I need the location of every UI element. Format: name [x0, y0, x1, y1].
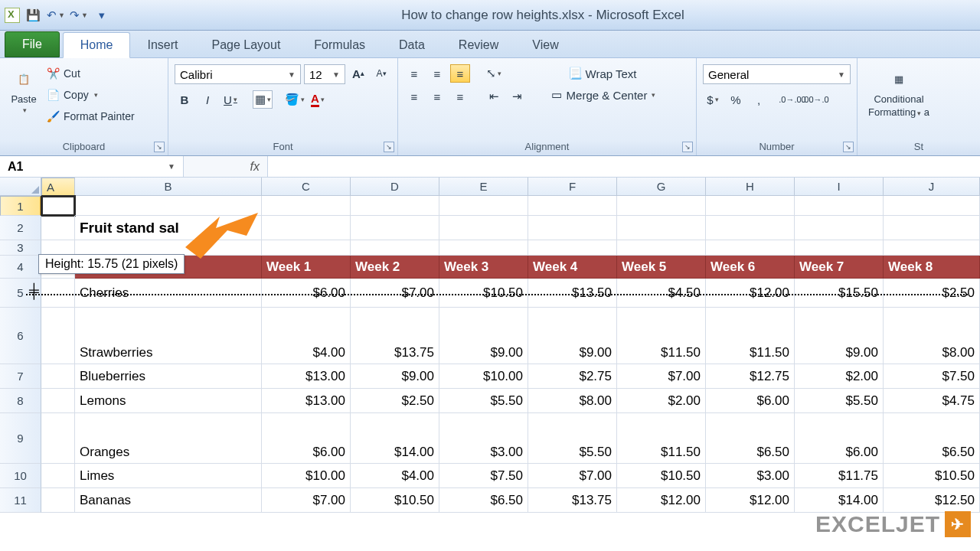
- cell[interactable]: $7.50: [439, 464, 528, 488]
- cell[interactable]: [41, 196, 75, 216]
- align-left-button[interactable]: ≡: [404, 87, 424, 106]
- cell[interactable]: $6.00: [262, 413, 351, 464]
- cell[interactable]: $12.75: [706, 364, 795, 389]
- cell[interactable]: [41, 389, 75, 413]
- cell[interactable]: $7.00: [351, 279, 439, 308]
- cell[interactable]: $12.00: [706, 488, 795, 513]
- cell[interactable]: $2.75: [528, 364, 617, 389]
- align-bottom-button[interactable]: ≡: [450, 64, 470, 83]
- cell[interactable]: [706, 196, 795, 216]
- cell[interactable]: [528, 240, 617, 256]
- cell[interactable]: $4.00: [351, 464, 439, 488]
- cell[interactable]: $12.00: [706, 279, 795, 308]
- cell[interactable]: $11.50: [617, 308, 706, 364]
- cell[interactable]: $8.00: [884, 308, 980, 364]
- cell[interactable]: [41, 240, 75, 256]
- paste-button[interactable]: 📋 Paste▾: [6, 64, 41, 116]
- font-launcher[interactable]: ↘: [384, 142, 394, 152]
- cell[interactable]: [41, 413, 75, 464]
- column-header[interactable]: F: [528, 178, 617, 196]
- accounting-format-button[interactable]: $▾: [703, 90, 723, 109]
- conditional-formatting-button[interactable]: ▦ Conditional Formatting▾ a: [864, 64, 934, 119]
- cell[interactable]: Week 6: [706, 256, 795, 279]
- column-header[interactable]: J: [884, 178, 980, 196]
- cell[interactable]: [41, 488, 75, 513]
- cell[interactable]: $7.50: [884, 364, 980, 389]
- home-tab[interactable]: Home: [63, 32, 131, 58]
- spreadsheet-grid[interactable]: ABCDEFGHIJ 12Fruit stand sal34FruitWeek …: [0, 178, 980, 513]
- cell[interactable]: $10.00: [439, 364, 528, 389]
- cell[interactable]: $6.00: [795, 413, 884, 464]
- borders-button[interactable]: ▦▾: [253, 90, 273, 109]
- row-header[interactable]: 11: [0, 488, 41, 513]
- cell[interactable]: Oranges: [75, 413, 262, 464]
- formula-input[interactable]: [268, 156, 980, 177]
- cell[interactable]: [528, 216, 617, 240]
- cell[interactable]: [795, 196, 884, 216]
- cell[interactable]: Lemons: [75, 389, 262, 413]
- cell[interactable]: [617, 216, 706, 240]
- cell[interactable]: $11.75: [795, 464, 884, 488]
- cell[interactable]: $6.50: [884, 413, 980, 464]
- format-painter-button[interactable]: 🖌️Format Painter: [46, 107, 135, 126]
- copy-button[interactable]: 📄Copy▾: [46, 86, 135, 104]
- underline-button[interactable]: U▾: [220, 90, 240, 109]
- column-header[interactable]: D: [351, 178, 439, 196]
- cell[interactable]: $11.50: [706, 308, 795, 364]
- page-layout-tab[interactable]: Page Layout: [194, 33, 297, 57]
- cell[interactable]: [262, 216, 351, 240]
- decrease-decimal-button[interactable]: .00→.0: [805, 90, 825, 109]
- cell[interactable]: [262, 240, 351, 256]
- font-color-button[interactable]: A▾: [308, 90, 328, 109]
- cell[interactable]: Bananas: [75, 488, 262, 513]
- wrap-text-button[interactable]: 📃Wrap Text: [537, 64, 668, 83]
- bold-button[interactable]: B: [175, 90, 194, 109]
- cell[interactable]: Blueberries: [75, 364, 262, 389]
- row-header[interactable]: 6: [0, 308, 41, 364]
- cut-button[interactable]: ✂️Cut: [46, 64, 135, 83]
- cell[interactable]: Limes: [75, 464, 262, 488]
- cell[interactable]: [439, 216, 528, 240]
- cell[interactable]: $3.00: [439, 413, 528, 464]
- cell[interactable]: [795, 240, 884, 256]
- cell[interactable]: $7.00: [617, 364, 706, 389]
- column-header[interactable]: E: [439, 178, 528, 196]
- cell[interactable]: [41, 308, 75, 364]
- cell[interactable]: $14.00: [351, 413, 439, 464]
- cell[interactable]: $9.00: [795, 308, 884, 364]
- cell[interactable]: [884, 196, 980, 216]
- column-header[interactable]: B: [75, 178, 262, 196]
- row-header[interactable]: 7: [0, 364, 41, 389]
- name-box[interactable]: A1▼: [0, 156, 184, 177]
- number-format-select[interactable]: General▼: [703, 64, 851, 84]
- italic-button[interactable]: I: [198, 90, 217, 109]
- cell[interactable]: [41, 216, 75, 240]
- fx-button[interactable]: fx: [184, 156, 268, 177]
- cell[interactable]: $13.50: [528, 279, 617, 308]
- cell[interactable]: $4.50: [617, 279, 706, 308]
- cell[interactable]: $4.00: [262, 308, 351, 364]
- cell[interactable]: [41, 279, 75, 308]
- increase-decimal-button[interactable]: .0→.00: [782, 90, 802, 109]
- insert-tab[interactable]: Insert: [130, 33, 194, 57]
- cell[interactable]: $9.00: [439, 308, 528, 364]
- cell[interactable]: $2.50: [351, 389, 439, 413]
- cell[interactable]: $5.50: [528, 413, 617, 464]
- view-tab[interactable]: View: [515, 33, 575, 57]
- cell[interactable]: Cherries: [75, 279, 262, 308]
- comma-button[interactable]: ,: [749, 90, 769, 109]
- formulas-tab[interactable]: Formulas: [297, 33, 382, 57]
- cell[interactable]: [706, 240, 795, 256]
- cell[interactable]: $3.00: [706, 464, 795, 488]
- cell[interactable]: [41, 464, 75, 488]
- cell[interactable]: $4.75: [884, 389, 980, 413]
- cell[interactable]: Week 3: [439, 256, 528, 279]
- cell[interactable]: $13.00: [262, 389, 351, 413]
- qat-customize[interactable]: ▾: [93, 7, 110, 24]
- cell[interactable]: $5.50: [795, 389, 884, 413]
- cell[interactable]: $2.50: [884, 279, 980, 308]
- cell[interactable]: $14.00: [795, 488, 884, 513]
- orientation-button[interactable]: ⤡▾: [484, 64, 504, 83]
- row-header[interactable]: 9: [0, 413, 41, 464]
- increase-indent-button[interactable]: ⇥: [507, 87, 527, 106]
